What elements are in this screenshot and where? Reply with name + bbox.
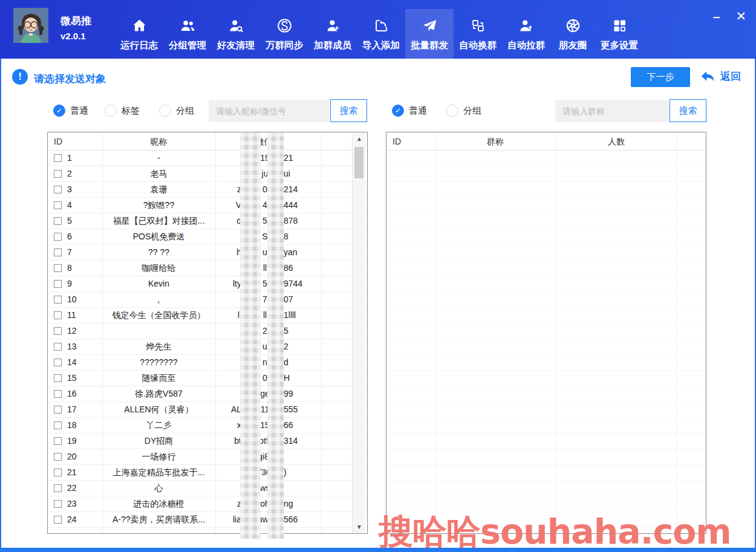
row-checkbox[interactable]: [54, 217, 62, 225]
groups-search-input[interactable]: [555, 100, 669, 122]
row-checkbox[interactable]: [54, 311, 62, 319]
row-checkbox[interactable]: [54, 343, 62, 351]
groups-table-header: ID 群称 人数: [386, 132, 706, 151]
col-header-groupname: 群称: [435, 132, 556, 151]
row-checkbox[interactable]: [54, 154, 62, 162]
row-checkbox[interactable]: [54, 421, 62, 429]
table-row-empty: [386, 261, 706, 276]
col-header-id: ID: [393, 132, 401, 151]
row-checkbox[interactable]: [54, 186, 62, 193]
nav-item-batch-send[interactable]: 批量群发: [405, 9, 454, 59]
close-button[interactable]: ✕: [735, 10, 746, 22]
row-id: 5: [67, 216, 72, 226]
window-controls: – ✕: [713, 10, 746, 22]
friends-search-input[interactable]: [209, 100, 330, 122]
table-row: 18丫二彡x1566: [48, 418, 367, 433]
nav-label: 自动拉群: [507, 39, 545, 52]
row-checkbox[interactable]: [54, 201, 62, 209]
row-id: 7: [67, 247, 72, 257]
row-checkbox[interactable]: [54, 248, 62, 256]
nav-item-more-settings[interactable]: 更多设置: [595, 9, 644, 59]
row-checkbox[interactable]: [54, 170, 62, 178]
row-checkbox[interactable]: [54, 390, 62, 398]
row-checkbox[interactable]: [54, 359, 62, 366]
table-row: 7?? ??huyan: [48, 245, 367, 261]
next-step-button[interactable]: 下一步: [631, 67, 690, 87]
radio-friends-normal[interactable]: ✓ 普通: [53, 105, 88, 117]
send-icon: [422, 18, 438, 34]
friends-search-button[interactable]: 搜索: [330, 99, 367, 122]
nav-item-moments[interactable]: 朋友圈: [550, 9, 595, 59]
import-icon: [373, 18, 389, 34]
table-row-empty: [386, 308, 706, 323]
row-checkbox[interactable]: [54, 453, 62, 461]
app-version: v2.0.1: [60, 29, 91, 44]
scrollbar-thumb[interactable]: [354, 147, 363, 178]
radio-label: 普通: [70, 105, 88, 117]
back-button[interactable]: 返回: [700, 68, 741, 84]
table-row-empty: [386, 418, 706, 433]
scrollbar[interactable]: ▲ ▼: [352, 132, 365, 533]
nav-item-group-manage[interactable]: 分组管理: [163, 9, 212, 59]
table-row: 4?鮟嘫??V4444: [48, 198, 367, 213]
groups-table-body: [386, 151, 706, 528]
table-row-empty: [386, 182, 706, 198]
radio-check-icon: ✓: [392, 105, 404, 117]
table-row: 10,707: [48, 292, 367, 308]
table-row: 11钱定今生（全国收学员）llll1llll: [48, 308, 367, 323]
row-id: 6: [67, 232, 72, 241]
row-checkbox[interactable]: [54, 296, 62, 304]
table-row: 1225: [48, 323, 367, 339]
row-checkbox[interactable]: [54, 469, 62, 476]
groups-search-button[interactable]: 搜索: [670, 99, 706, 122]
nav-item-import-add[interactable]: 导入添加: [357, 9, 405, 59]
row-checkbox[interactable]: [54, 264, 62, 272]
row-checkbox[interactable]: [54, 500, 62, 508]
row-id: 11: [67, 310, 76, 320]
row-checkbox[interactable]: [54, 437, 62, 445]
row-nickname: ????????: [102, 357, 215, 367]
app-window: 微易推 v2.0.1 运行日志 分组管理 好友清理 万群同步 加群成员: [0, 0, 756, 552]
scroll-down-icon[interactable]: ▼: [353, 522, 366, 532]
minimize-button[interactable]: –: [713, 10, 720, 22]
row-checkbox[interactable]: [54, 516, 62, 524]
table-row-empty: [386, 213, 706, 229]
nav-item-add-members[interactable]: 加群成员: [308, 9, 357, 59]
row-nickname: 随缘而至: [102, 373, 215, 384]
friends-table-body: 1-19212老马juui3袁珊z02144?鮟嘫??V44445福星【已双封】…: [48, 151, 367, 528]
radio-friends-group[interactable]: ✓ 分组: [159, 105, 194, 117]
row-nickname: DY招商: [102, 436, 215, 447]
row-nickname: 老马: [102, 169, 215, 180]
row-nickname: ?鮟嘫??: [102, 200, 215, 211]
row-checkbox[interactable]: [54, 233, 62, 241]
row-checkbox[interactable]: [54, 406, 62, 414]
switch-group-icon: [470, 18, 486, 34]
table-row: 13烨先生u2: [48, 339, 367, 355]
nav-label: 万群同步: [266, 39, 303, 52]
table-row-empty: [386, 355, 706, 371]
watermark: 搜哈哈souhaha.com: [379, 509, 731, 552]
row-id: 24: [67, 515, 77, 524]
back-label: 返回: [720, 70, 741, 83]
nav-item-switch-group[interactable]: 自动换群: [454, 9, 502, 59]
row-nickname: POS机免费送: [102, 232, 215, 242]
row-checkbox[interactable]: [54, 484, 62, 492]
home-icon: [131, 18, 148, 34]
table-row-empty: [386, 198, 706, 213]
sync-icon: [276, 18, 293, 34]
window-border: [0, 548, 756, 552]
row-nickname: 心: [102, 483, 215, 494]
radio-friends-tag[interactable]: ✓ 标签: [105, 105, 140, 117]
row-checkbox[interactable]: [54, 280, 62, 288]
row-id: 19: [67, 436, 77, 446]
row-checkbox[interactable]: [54, 327, 62, 335]
nav-item-run-log[interactable]: 运行日志: [115, 9, 163, 59]
row-checkbox[interactable]: [54, 374, 62, 382]
nav-item-sync-groups[interactable]: 万群同步: [260, 9, 308, 59]
radio-groups-group[interactable]: ✓ 分组: [446, 105, 481, 117]
nav-item-pull-group[interactable]: 自动拉群: [502, 9, 550, 59]
nav-item-friend-clean[interactable]: 好友清理: [212, 9, 260, 59]
radio-groups-normal[interactable]: ✓ 普通: [392, 105, 427, 117]
radio-check-icon: ✓: [105, 105, 117, 117]
scroll-up-icon[interactable]: ▲: [353, 134, 366, 144]
